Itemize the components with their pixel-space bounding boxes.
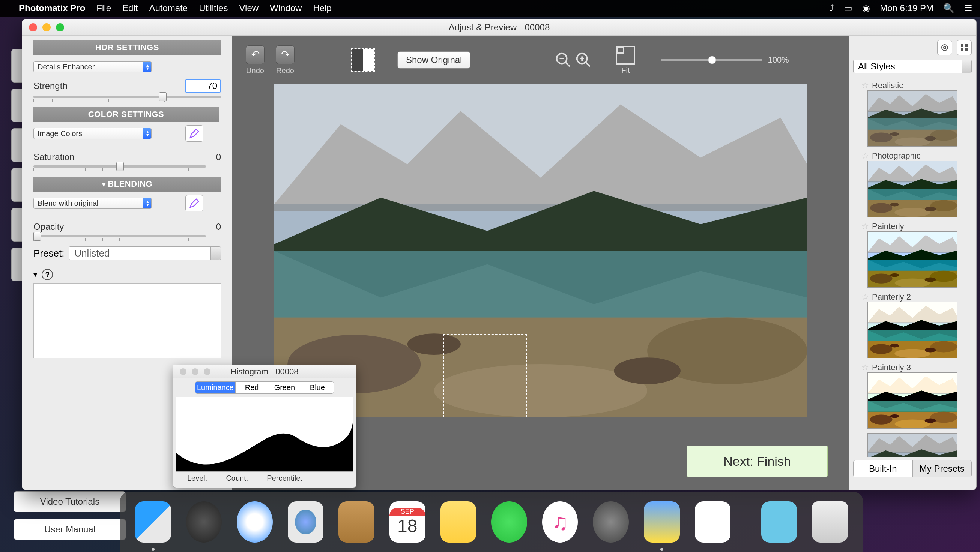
preset-item-photographic[interactable]: ☆Photographic: [853, 151, 972, 217]
menu-automate[interactable]: Automate: [149, 3, 188, 14]
dock-safari[interactable]: [237, 501, 273, 542]
window-title: Adjust & Preview - 00008: [449, 22, 550, 33]
opacity-label: Opacity: [33, 222, 64, 232]
strength-slider[interactable]: [33, 96, 221, 98]
star-icon[interactable]: ☆: [861, 81, 869, 90]
star-icon[interactable]: ☆: [861, 363, 869, 373]
preset-dropdown[interactable]: Unlisted: [68, 246, 221, 260]
style-filter-dropdown[interactable]: All Styles: [853, 60, 972, 73]
strength-input[interactable]: [185, 79, 221, 93]
star-icon[interactable]: ☆: [861, 292, 869, 302]
minimize-button[interactable]: [192, 368, 199, 375]
svg-point-20: [942, 44, 948, 51]
preset-name: Realistic: [872, 81, 903, 90]
hdr-method-dropdown[interactable]: Details Enhancer ▲▼: [33, 61, 151, 72]
color-mode-dropdown[interactable]: Image Colors ▲▼: [33, 128, 151, 139]
menu-edit[interactable]: Edit: [123, 3, 138, 14]
tab-builtin[interactable]: Built-In: [854, 460, 912, 477]
clock[interactable]: Mon 6:19 PM: [880, 3, 934, 14]
target-view-button[interactable]: [937, 40, 952, 55]
blend-brush-button[interactable]: [185, 195, 204, 211]
blending-header[interactable]: ▾BLENDING: [33, 177, 221, 192]
color-brush-button[interactable]: [185, 125, 204, 142]
strength-label: Strength: [33, 81, 68, 91]
display-icon[interactable]: ▭: [844, 3, 853, 14]
histogram-window: Histogram - 00008 Luminance Red Green Bl…: [173, 365, 356, 488]
style-filter-value: All Styles: [858, 61, 895, 71]
spotlight-icon[interactable]: 🔍: [943, 3, 955, 14]
collapse-toggle[interactable]: ▾: [33, 270, 37, 279]
help-button[interactable]: ?: [41, 269, 53, 280]
video-tutorials-button[interactable]: Video Tutorials: [14, 491, 126, 512]
fit-button[interactable]: Fit: [616, 46, 635, 75]
macos-menubar: Photomatix Pro File Edit Automate Utilit…: [0, 0, 980, 16]
menu-utilities[interactable]: Utilities: [199, 3, 228, 14]
main-window: Adjust & Preview - 00008 HDR SETTINGS De…: [22, 19, 977, 490]
star-icon[interactable]: ☆: [861, 151, 869, 161]
histogram-titlebar[interactable]: Histogram - 00008: [173, 365, 356, 378]
minimize-button[interactable]: [42, 23, 51, 32]
grid-view-button[interactable]: [957, 40, 972, 55]
tab-luminance[interactable]: Luminance: [196, 382, 235, 393]
dock-trash[interactable]: [812, 501, 848, 542]
window-titlebar[interactable]: Adjust & Preview - 00008: [22, 19, 976, 36]
preset-item-painterly-2[interactable]: ☆Painterly 2: [853, 292, 972, 358]
dock-finder[interactable]: [135, 501, 171, 542]
user-switch-icon[interactable]: ⤴: [830, 3, 834, 14]
dock-launchpad[interactable]: [186, 501, 222, 542]
preset-item-painterly-3[interactable]: ☆Painterly 3: [853, 363, 972, 428]
dock-downloads[interactable]: [761, 501, 797, 542]
dock-mail[interactable]: [288, 501, 324, 542]
opacity-slider[interactable]: [33, 235, 206, 237]
split-view-button[interactable]: [351, 48, 375, 72]
tab-blue[interactable]: Blue: [301, 382, 334, 393]
menu-extras-icon[interactable]: ☰: [964, 3, 972, 14]
dock-textedit[interactable]: [695, 501, 731, 542]
saturation-slider[interactable]: [33, 165, 206, 168]
svg-rect-23: [965, 44, 967, 47]
menu-window[interactable]: Window: [270, 3, 302, 14]
redo-button[interactable]: ↷ Redo: [276, 45, 294, 75]
system-icon[interactable]: ◉: [862, 3, 870, 14]
preset-name: Painterly 2: [872, 292, 911, 302]
preset-item-more[interactable]: [853, 433, 972, 457]
close-button[interactable]: [29, 23, 37, 32]
color-mode-value: Image Colors: [38, 129, 82, 138]
histogram-count-label: Count:: [226, 474, 248, 483]
menu-file[interactable]: File: [96, 3, 111, 14]
dock-messages[interactable]: [491, 501, 527, 542]
tab-mypresets[interactable]: My Presets: [912, 460, 972, 477]
preset-list[interactable]: ☆Realistic ☆Photographic ☆Painterly ☆Pai…: [853, 78, 972, 457]
macos-dock: SEP18 ♫: [120, 492, 863, 552]
zoom-out-button[interactable]: [553, 50, 573, 70]
dock-contacts[interactable]: [339, 501, 374, 542]
dock-settings[interactable]: [593, 501, 629, 542]
user-manual-button[interactable]: User Manual: [14, 519, 126, 540]
maximize-button[interactable]: [204, 368, 210, 375]
tab-red[interactable]: Red: [235, 382, 268, 393]
zoom-in-button[interactable]: [573, 50, 593, 70]
dock-photomatix[interactable]: [644, 501, 680, 542]
preset-name: Photographic: [872, 151, 921, 161]
undo-button[interactable]: ↶ Undo: [246, 45, 264, 75]
dock-music[interactable]: ♫: [542, 501, 578, 542]
show-original-button[interactable]: Show Original: [397, 51, 471, 69]
preset-name: Painterly: [872, 222, 904, 232]
close-button[interactable]: [180, 368, 186, 375]
preset-item-painterly[interactable]: ☆Painterly: [853, 222, 972, 288]
zoom-slider[interactable]: [661, 59, 762, 61]
next-finish-button[interactable]: Next: Finish: [687, 446, 828, 477]
notes-area[interactable]: [33, 283, 221, 358]
preset-item-realistic[interactable]: ☆Realistic: [853, 81, 972, 147]
blend-mode-dropdown[interactable]: Blend with original ▲▼: [33, 198, 151, 209]
star-icon[interactable]: ☆: [861, 222, 869, 232]
dock-notes[interactable]: [441, 501, 476, 542]
selection-rectangle[interactable]: [443, 334, 527, 417]
maximize-button[interactable]: [56, 23, 64, 32]
dock-calendar[interactable]: SEP18: [390, 501, 425, 542]
app-menu[interactable]: Photomatix Pro: [19, 3, 85, 14]
menu-help[interactable]: Help: [313, 3, 331, 14]
menu-view[interactable]: View: [239, 3, 259, 14]
background-buttons: Video Tutorials User Manual: [14, 484, 126, 540]
tab-green[interactable]: Green: [268, 382, 301, 393]
